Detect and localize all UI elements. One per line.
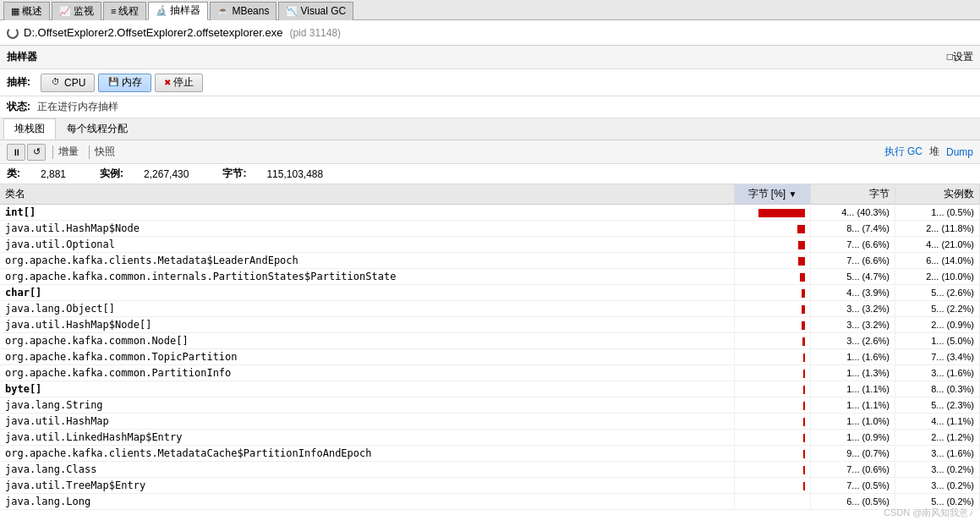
cell-instances: 2... (1.2%)	[895, 430, 980, 446]
title-bar: D:.OffsetExplorer2.OffsetExplorer2.offse…	[0, 20, 980, 46]
tab-overview[interactable]: ▦ 概述	[3, 2, 50, 20]
bar-visual	[803, 434, 805, 442]
bar-visual	[803, 353, 805, 362]
cell-class-name: java.util.HashMap$Node[]	[0, 317, 735, 333]
instances-label: 实例:	[100, 167, 123, 181]
cell-class-name: org.apache.kafka.common.Node[]	[0, 333, 735, 349]
table-row[interactable]: java.util.TreeMap$Entry7... (0.5%)3... (…	[0, 478, 980, 494]
cell-bar	[735, 205, 811, 221]
bar-visual	[802, 289, 805, 298]
sort-arrow-icon: ▼	[789, 189, 797, 199]
bar-visual	[802, 337, 805, 346]
table-row[interactable]: org.apache.kafka.common.Node[]3... (2.6%…	[0, 333, 980, 349]
cell-class-name: org.apache.kafka.common.PartitionInfo	[0, 365, 735, 381]
settings-checkbox[interactable]: □设置	[947, 50, 973, 64]
table-row[interactable]: java.util.HashMap$Node8... (7.4%)2... (1…	[0, 221, 980, 237]
cell-class-name: char[]	[0, 285, 735, 301]
cell-bar	[735, 462, 811, 478]
bar-visual	[798, 257, 805, 266]
cpu-icon: ⏱	[50, 77, 62, 89]
cell-bytes: 3... (2.6%)	[811, 333, 895, 349]
bar-visual	[798, 241, 805, 249]
monitor-icon: 📈	[59, 6, 71, 17]
cell-class-name: org.apache.kafka.clients.Metadata$Leader…	[0, 253, 735, 269]
tab-mbeans[interactable]: ☕ MBeans	[210, 2, 276, 20]
cell-bar	[735, 237, 811, 253]
table-row[interactable]: java.lang.Class7... (0.6%)3... (0.2%)	[0, 462, 980, 478]
cell-instances: 3... (0.2%)	[895, 462, 980, 478]
cpu-button[interactable]: ⏱ CPU	[41, 74, 95, 92]
refresh-icon[interactable]	[7, 27, 19, 39]
cell-instances: 5... (2.2%)	[895, 301, 980, 317]
table-row[interactable]: org.apache.kafka.common.TopicPartition1.…	[0, 349, 980, 365]
table-body: int[]4... (40.3%)1... (0.5%)java.util.Ha…	[0, 205, 980, 510]
table-row[interactable]: char[]4... (3.9%)5... (2.6%)	[0, 285, 980, 301]
status-text: 正在进行内存抽样	[37, 100, 118, 114]
tab-threads[interactable]: ≡ 线程	[103, 2, 146, 20]
cell-bar	[735, 253, 811, 269]
cell-class-name: org.apache.kafka.common.internals.Partit…	[0, 269, 735, 285]
delta-label[interactable]: 增量	[58, 145, 79, 159]
table-row[interactable]: org.apache.kafka.common.internals.Partit…	[0, 269, 980, 285]
cell-bar	[735, 349, 811, 365]
table-row[interactable]: java.util.LinkedHashMap$Entry1... (0.9%)…	[0, 430, 980, 446]
watermark: CSDN @南风知我意♪	[884, 507, 973, 519]
gc-button[interactable]: 执行 GC	[884, 145, 923, 159]
cell-instances: 8... (0.3%)	[895, 381, 980, 397]
col-header-instances[interactable]: 实例数	[895, 184, 980, 205]
bar-visual	[803, 466, 805, 474]
cell-bar	[735, 301, 811, 317]
table-row[interactable]: java.lang.String1... (1.1%)5... (2.3%)	[0, 397, 980, 414]
table-row[interactable]: byte[]1... (1.1%)8... (0.3%)	[0, 381, 980, 397]
stop-button[interactable]: ✖ 停止	[155, 74, 203, 92]
separator-1	[52, 145, 53, 159]
stats-row: 类: 2,881 实例: 2,267,430 字节: 115,103,488	[0, 164, 980, 184]
sub-tab-per-thread[interactable]: 每个线程分配	[56, 118, 139, 140]
cell-instances: 2... (11.8%)	[895, 221, 980, 237]
sub-tab-heap[interactable]: 堆栈图	[3, 118, 56, 140]
table-row[interactable]: java.lang.Long6... (0.5%)5... (0.2%)	[0, 494, 980, 510]
table-row[interactable]: org.apache.kafka.clients.Metadata$Leader…	[0, 253, 980, 269]
cell-class-name: org.apache.kafka.clients.MetadataCache$P…	[0, 446, 735, 462]
cell-bar	[735, 414, 811, 430]
col-header-name[interactable]: 类名	[0, 184, 735, 205]
classes-value: 2,881	[41, 168, 66, 180]
tab-bar: ▦ 概述 📈 监视 ≡ 线程 🔬 抽样器 ☕ MBeans 📉 Visual G…	[0, 0, 980, 20]
app-path: D:.OffsetExplorer2.OffsetExplorer2.offse…	[24, 26, 282, 39]
memory-icon: 💾	[107, 77, 119, 89]
col-header-bytes[interactable]: 字节	[811, 184, 895, 205]
pause-button[interactable]: ⏸	[7, 144, 25, 161]
cell-bytes: 1... (0.9%)	[811, 430, 895, 446]
cell-class-name: java.lang.String	[0, 397, 735, 414]
tab-sampler[interactable]: 🔬 抽样器	[148, 2, 208, 20]
cell-class-name: java.util.HashMap$Node	[0, 221, 735, 237]
cell-class-name: java.util.TreeMap$Entry	[0, 478, 735, 494]
col-header-bar[interactable]: 字节 [%] ▼	[735, 184, 811, 205]
table-row[interactable]: org.apache.kafka.common.PartitionInfo1..…	[0, 365, 980, 381]
cell-bar	[735, 317, 811, 333]
cell-class-name: java.util.HashMap	[0, 414, 735, 430]
control-row: 抽样: ⏱ CPU 💾 内存 ✖ 停止	[0, 69, 980, 96]
table-row[interactable]: org.apache.kafka.clients.MetadataCache$P…	[0, 446, 980, 462]
cell-class-name: java.util.Optional	[0, 237, 735, 253]
instances-value: 2,267,430	[144, 168, 189, 180]
cell-instances: 2... (0.9%)	[895, 317, 980, 333]
tab-visualgc[interactable]: 📉 Visual GC	[278, 2, 353, 20]
table-row[interactable]: int[]4... (40.3%)1... (0.5%)	[0, 205, 980, 221]
table-row[interactable]: java.util.HashMap1... (1.0%)4... (1.1%)	[0, 414, 980, 430]
table-row[interactable]: java.util.HashMap$Node[]3... (3.2%)2... …	[0, 317, 980, 333]
dump-button[interactable]: Dump	[946, 146, 973, 158]
memory-button[interactable]: 💾 内存	[98, 74, 151, 92]
cell-class-name: java.lang.Object[]	[0, 301, 735, 317]
table-container[interactable]: 类名 字节 [%] ▼ 字节 实例数 int[]4... (40.3%)1...…	[0, 184, 980, 526]
cell-bytes: 1... (1.6%)	[811, 349, 895, 365]
table-row[interactable]: java.lang.Object[]3... (3.2%)5... (2.2%)	[0, 301, 980, 317]
snapshot-label[interactable]: 快照	[95, 145, 115, 159]
table-row[interactable]: java.util.Optional7... (6.6%)4... (21.0%…	[0, 237, 980, 253]
cell-instances: 3... (1.6%)	[895, 446, 980, 462]
sampler-icon: 🔬	[156, 5, 167, 16]
tab-monitor[interactable]: 📈 监视	[52, 2, 101, 20]
bar-visual	[803, 418, 805, 426]
cell-instances: 3... (0.2%)	[895, 478, 980, 494]
refresh-button[interactable]: ↺	[27, 144, 46, 161]
